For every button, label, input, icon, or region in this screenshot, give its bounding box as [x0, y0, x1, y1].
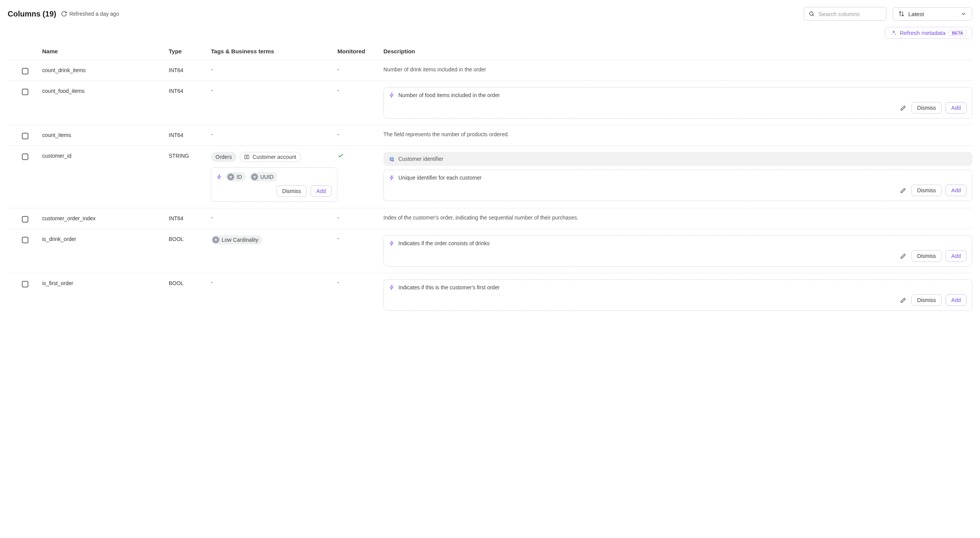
- suggested-tag[interactable]: UUID: [250, 172, 277, 182]
- svg-point-0: [810, 12, 813, 15]
- column-monitored: [337, 152, 383, 159]
- chevron-down-icon: [960, 11, 967, 17]
- column-type: INT64: [169, 131, 211, 138]
- row-checkbox[interactable]: [22, 237, 28, 243]
- book-icon: [244, 154, 250, 160]
- col-header-tags: Tags & Business terms: [211, 48, 337, 54]
- description-text: The field represents the number of produ…: [383, 131, 972, 137]
- table-row: is_first_orderBOOL--Indicates if this is…: [8, 273, 972, 317]
- add-button[interactable]: Add: [311, 185, 332, 197]
- col-header-name: Name: [42, 48, 169, 54]
- beta-badge: BETA: [949, 30, 967, 36]
- tag[interactable]: Low Cardinality: [211, 235, 262, 244]
- bolt-icon: [389, 175, 395, 180]
- business-term-tag[interactable]: Customer account: [240, 152, 301, 162]
- edit-icon: [900, 188, 906, 193]
- bolt-icon: [389, 241, 395, 246]
- row-checkbox[interactable]: [22, 68, 28, 74]
- description-locked-text: Customer identifier: [398, 156, 444, 162]
- dismiss-button[interactable]: Dismiss: [911, 185, 942, 196]
- column-description: Indicates if this is the customer's firs…: [383, 279, 972, 311]
- edit-button[interactable]: [899, 186, 908, 195]
- tag[interactable]: Orders: [211, 152, 237, 162]
- column-name: customer_id: [42, 152, 169, 159]
- table-row: count_food_itemsINT64--Number of food it…: [8, 81, 972, 125]
- column-type: STRING: [169, 152, 211, 159]
- svg-line-1: [813, 15, 814, 16]
- bolt-icon: [389, 285, 395, 290]
- add-button[interactable]: Add: [945, 185, 967, 196]
- column-description: Number of drink items included in the or…: [383, 66, 972, 73]
- col-header-type: Type: [169, 48, 211, 54]
- suggestion-text: Indicates if the order consists of drink…: [398, 240, 490, 246]
- description-suggestion: Unique identifier for each customerDismi…: [383, 170, 972, 201]
- sort-dropdown[interactable]: Latest: [893, 7, 972, 21]
- edit-icon: [900, 297, 906, 303]
- add-button[interactable]: Add: [945, 250, 967, 262]
- column-name: count_drink_items: [42, 66, 169, 73]
- edit-button[interactable]: [899, 104, 908, 112]
- bolt-icon: [389, 92, 395, 98]
- bolt-icon: [217, 174, 222, 180]
- column-type: INT64: [169, 66, 211, 73]
- column-tags: OrdersCustomer accountIDUUIDDismissAdd: [211, 152, 337, 202]
- sort-label: Latest: [908, 11, 957, 17]
- column-tags: -: [211, 131, 337, 137]
- table-row: count_drink_itemsINT64--Number of drink …: [8, 60, 972, 81]
- star-icon: [253, 175, 257, 179]
- column-name: is_first_order: [42, 279, 169, 286]
- edit-button[interactable]: [899, 252, 908, 261]
- column-description: Number of food items included in the ord…: [383, 87, 972, 119]
- table-row: customer_idSTRINGOrdersCustomer accountI…: [8, 145, 972, 208]
- row-checkbox[interactable]: [22, 281, 28, 287]
- globe-icon: [389, 156, 395, 162]
- column-monitored: -: [337, 235, 383, 241]
- row-checkbox[interactable]: [22, 133, 28, 139]
- column-description: The field represents the number of produ…: [383, 131, 972, 137]
- column-name: is_drink_order: [42, 235, 169, 242]
- column-tags: Low Cardinality: [211, 235, 337, 244]
- page-header: Columns (19) Refreshed a day ago Latest: [8, 7, 972, 21]
- dismiss-button[interactable]: Dismiss: [911, 250, 942, 262]
- suggestion-text: Number of food items included in the ord…: [398, 92, 500, 98]
- column-type: BOOL: [169, 235, 211, 242]
- column-name: count_food_items: [42, 87, 169, 94]
- column-description: Indicates if the order consists of drink…: [383, 235, 972, 267]
- description-suggestion: Indicates if this is the customer's firs…: [383, 279, 972, 311]
- description-suggestion: Indicates if the order consists of drink…: [383, 235, 972, 267]
- edit-button[interactable]: [899, 296, 908, 305]
- description-text: Index of the customer's order, indicatin…: [383, 215, 972, 221]
- row-checkbox[interactable]: [22, 153, 28, 160]
- suggestion-text: Indicates if this is the customer's firs…: [398, 284, 500, 290]
- column-description: Customer identifierUnique identifier for…: [383, 152, 972, 201]
- star-icon: [214, 238, 218, 242]
- add-button[interactable]: Add: [945, 102, 967, 114]
- sparkle-icon: [891, 30, 897, 36]
- add-button[interactable]: Add: [945, 294, 967, 306]
- table-row: is_drink_orderBOOLLow Cardinality-Indica…: [8, 229, 972, 273]
- column-tags: -: [211, 87, 337, 93]
- table-header: Name Type Tags & Business terms Monitore…: [8, 43, 972, 60]
- dismiss-button[interactable]: Dismiss: [911, 102, 942, 114]
- check-icon: [337, 152, 344, 159]
- search-input[interactable]: [819, 11, 881, 17]
- description-suggestion: Number of food items included in the ord…: [383, 87, 972, 119]
- table-row: customer_order_indexINT64--Index of the …: [8, 208, 972, 229]
- dismiss-button[interactable]: Dismiss: [911, 294, 942, 306]
- dismiss-button[interactable]: Dismiss: [276, 185, 307, 197]
- row-checkbox[interactable]: [22, 216, 28, 223]
- description-locked: Customer identifier: [383, 152, 972, 166]
- refresh-icon: [61, 11, 67, 17]
- search-input-wrapper[interactable]: [804, 7, 886, 21]
- edit-icon: [900, 105, 906, 111]
- tags-suggestion: IDUUIDDismissAdd: [211, 167, 337, 202]
- column-monitored: -: [337, 279, 383, 286]
- row-checkbox[interactable]: [22, 89, 28, 95]
- search-icon: [809, 10, 815, 17]
- suggested-tag[interactable]: ID: [226, 172, 246, 182]
- column-tags: -: [211, 215, 337, 221]
- description-text: Number of drink items included in the or…: [383, 66, 972, 73]
- column-tags: -: [211, 66, 337, 73]
- column-monitored: -: [337, 87, 383, 93]
- refresh-metadata-button[interactable]: Refresh metadata BETA: [885, 27, 972, 39]
